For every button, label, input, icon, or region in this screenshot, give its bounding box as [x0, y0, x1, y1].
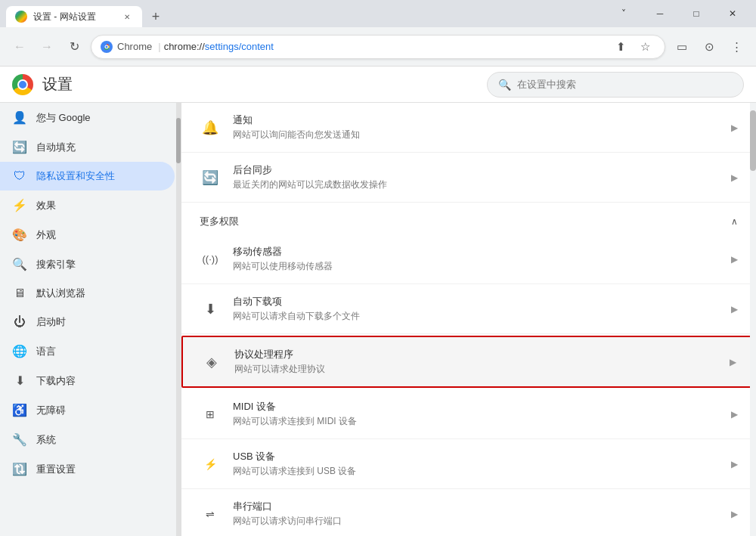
sidebar-label-autofill: 自动填充 [36, 141, 76, 154]
serial-icon: ⇌ [200, 508, 221, 520]
new-tab-button[interactable]: + [145, 6, 166, 27]
usb-arrow: ▶ [731, 459, 738, 469]
address-url: chrome://settings/content [164, 41, 274, 52]
sidebar-item-reset[interactable]: 🔃 重置设置 [0, 454, 175, 484]
content-scrollbar[interactable] [750, 103, 756, 536]
motion-sensors-title: 移动传感器 [233, 245, 719, 259]
sidebar-item-downloads[interactable]: ⬇ 下载内容 [0, 366, 175, 395]
sidebar-toggle-button[interactable]: ▭ [671, 36, 692, 57]
search-box[interactable]: 🔍 [487, 72, 744, 98]
active-tab[interactable]: 设置 - 网站设置 ✕ [6, 6, 142, 27]
profile-button[interactable]: ⊙ [699, 36, 720, 57]
main-layout: 👤 您与 Google 🔄 自动填充 🛡 隐私设置和安全性 ⚡ 效果 🎨 外观 … [0, 103, 756, 536]
sidebar-label-privacy: 隐私设置和安全性 [36, 169, 115, 183]
sidebar-label-appearance: 外观 [36, 228, 56, 242]
more-permissions-header[interactable]: 更多权限 ∧ [181, 203, 756, 234]
sidebar-item-system[interactable]: 🔧 系统 [0, 425, 175, 454]
midi-icon: ⊞ [200, 408, 221, 420]
sidebar-label-reset: 重置设置 [36, 463, 76, 476]
sidebar-item-appearance[interactable]: 🎨 外观 [0, 220, 175, 249]
auto-download-item[interactable]: ⬇ 自动下载项 网站可以请求自动下载多个文件 ▶ [181, 284, 756, 334]
sidebar-icon-performance: ⚡ [12, 198, 27, 212]
addressbar: ← → ↻ Chrome | chrome://settings/content… [0, 27, 756, 67]
protocol-handler-icon: ◈ [201, 354, 222, 370]
protocol-handler-desc: 网站可以请求处理协议 [234, 363, 717, 376]
sidebar-item-browser[interactable]: 🖥 默认浏览器 [0, 279, 175, 308]
tab-close-button[interactable]: ✕ [121, 11, 133, 23]
window-chevron-button[interactable]: ˅ [606, 2, 641, 26]
sidebar-icon-startup: ⏻ [12, 315, 27, 329]
tab-title: 设置 - 网站设置 [33, 11, 115, 23]
sidebar-icon-accessibility: ♿ [12, 403, 27, 417]
sidebar-icon-system: 🔧 [12, 432, 27, 447]
search-input[interactable] [517, 79, 733, 90]
notification-item[interactable]: 🔔 通知 网站可以询问能否向您发送通知 ▶ [181, 103, 756, 153]
share-button[interactable]: ⬆ [610, 36, 631, 57]
sidebar-item-performance[interactable]: ⚡ 效果 [0, 191, 175, 220]
background-sync-title: 后台同步 [233, 163, 719, 177]
content-area: 🔔 通知 网站可以询问能否向您发送通知 ▶ 🔄 后台同步 最近关闭的网站可以完成… [181, 103, 756, 536]
window-controls: ˅ ─ □ ✕ [606, 2, 750, 26]
titlebar: 设置 - 网站设置 ✕ + ˅ ─ □ ✕ [0, 0, 756, 27]
auto-download-arrow: ▶ [731, 304, 738, 314]
serial-item[interactable]: ⇌ 串行端口 网站可以请求访问串行端口 ▶ [181, 489, 756, 536]
window-close-button[interactable]: ✕ [715, 2, 750, 26]
menu-button[interactable]: ⋮ [726, 36, 747, 57]
usb-desc: 网站可以请求连接到 USB 设备 [233, 465, 719, 478]
sidebar-item-startup[interactable]: ⏻ 启动时 [0, 308, 175, 336]
sidebar: 👤 您与 Google 🔄 自动填充 🛡 隐私设置和安全性 ⚡ 效果 🎨 外观 … [0, 103, 181, 536]
background-sync-desc: 最近关闭的网站可以完成数据收发操作 [233, 178, 719, 191]
notification-arrow: ▶ [731, 122, 738, 133]
auto-download-title: 自动下载项 [233, 295, 719, 308]
sidebar-label-browser: 默认浏览器 [36, 287, 85, 300]
more-permissions-label: 更多权限 [200, 215, 239, 228]
sidebar-item-search[interactable]: 🔍 搜索引擎 [0, 249, 175, 279]
sidebar-label-system: 系统 [36, 433, 56, 447]
background-sync-item[interactable]: 🔄 后台同步 最近关闭的网站可以完成数据收发操作 ▶ [181, 153, 756, 203]
protocol-handler-title: 协议处理程序 [234, 348, 717, 361]
forward-button[interactable]: → [36, 36, 57, 57]
sidebar-icon-language: 🌐 [12, 344, 27, 358]
address-bar[interactable]: Chrome | chrome://settings/content ⬆ ☆ [91, 35, 665, 59]
address-brand: Chrome [117, 41, 152, 52]
serial-desc: 网站可以请求访问串行端口 [233, 515, 719, 528]
midi-item[interactable]: ⊞ MIDI 设备 网站可以请求连接到 MIDI 设备 ▶ [181, 389, 756, 439]
svg-point-2 [106, 45, 108, 48]
motion-sensors-desc: 网站可以使用移动传感器 [233, 260, 719, 273]
sidebar-label-accessibility: 无障碍 [36, 404, 66, 417]
background-sync-icon: 🔄 [200, 169, 221, 186]
sidebar-item-autofill[interactable]: 🔄 自动填充 [0, 132, 175, 162]
sidebar-icon-search: 🔍 [12, 257, 27, 271]
collapse-icon: ∧ [731, 216, 738, 227]
sidebar-item-accessibility[interactable]: ♿ 无障碍 [0, 395, 175, 425]
usb-item[interactable]: ⚡ USB 设备 网站可以请求连接到 USB 设备 ▶ [181, 439, 756, 489]
sidebar-item-privacy[interactable]: 🛡 隐私设置和安全性 [0, 162, 175, 191]
sidebar-label-google: 您与 Google [36, 111, 91, 125]
sidebar-icon-google: 👤 [12, 110, 27, 125]
tab-favicon [15, 11, 27, 23]
sidebar-label-search: 搜索引擎 [36, 258, 76, 271]
window-maximize-button[interactable]: □ [679, 2, 714, 26]
address-separator: | [158, 41, 160, 52]
refresh-button[interactable]: ↻ [64, 36, 85, 57]
usb-icon: ⚡ [200, 458, 221, 470]
app-header: 设置 🔍 [0, 67, 756, 103]
motion-sensors-item[interactable]: ((·)) 移动传感器 网站可以使用移动传感器 ▶ [181, 234, 756, 284]
sidebar-label-startup: 启动时 [36, 315, 66, 329]
sidebar-icon-autofill: 🔄 [12, 140, 27, 154]
bookmark-button[interactable]: ☆ [634, 36, 655, 57]
midi-desc: 网站可以请求连接到 MIDI 设备 [233, 415, 719, 428]
protocol-handler-item[interactable]: ◈ 协议处理程序 网站可以请求处理协议 ▶ [181, 336, 756, 388]
sidebar-icon-privacy: 🛡 [12, 169, 27, 183]
sidebar-item-google[interactable]: 👤 您与 Google [0, 103, 175, 132]
window-minimize-button[interactable]: ─ [643, 2, 677, 26]
sidebar-scrollbar[interactable] [176, 103, 181, 536]
protocol-handler-arrow: ▶ [730, 357, 736, 367]
notification-icon: 🔔 [200, 119, 221, 136]
sidebar-item-language[interactable]: 🌐 语言 [0, 336, 175, 366]
back-button[interactable]: ← [9, 36, 30, 57]
sidebar-icon-browser: 🖥 [12, 287, 27, 300]
serial-title: 串行端口 [233, 500, 719, 513]
page-title: 设置 [42, 74, 73, 94]
address-actions: ⬆ ☆ [610, 36, 655, 57]
